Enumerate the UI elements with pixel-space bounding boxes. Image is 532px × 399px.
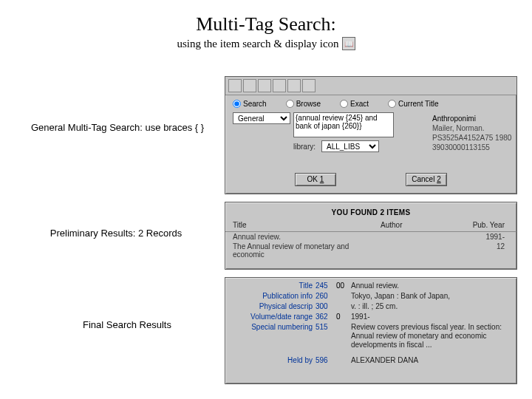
preview-line: Anthroponimi [432, 114, 512, 123]
detail-value: 1991- [351, 313, 512, 321]
detail-tag: 300 [316, 302, 336, 311]
toolbar-button[interactable] [273, 79, 286, 92]
mode-exact-radio[interactable]: Exact [340, 100, 369, 108]
detail-label: Special numbering [225, 323, 316, 349]
result-row[interactable]: Annual review. 1991- [225, 232, 516, 242]
cancel-button[interactable]: Cancel 2 [406, 173, 447, 186]
detail-value: Annual review. [351, 282, 512, 290]
detail-row: Physical descrip300v. : ill. ; 25 cm. [225, 301, 516, 312]
library-select[interactable]: ALL_LIBS [321, 140, 379, 152]
found-banner: YOU FOUND 2 ITEMS [225, 202, 516, 221]
toolbar-button[interactable] [302, 79, 316, 92]
results-panel: YOU FOUND 2 ITEMS Title Author Pub. Year… [225, 202, 517, 270]
detail-tag: 245 [316, 282, 336, 290]
ok-button[interactable]: OK 1 [295, 173, 336, 186]
results-header-row: Title Author Pub. Year [225, 221, 516, 232]
detail-row: Title24500Annual review. [225, 281, 516, 291]
toolbar-button[interactable] [287, 79, 301, 92]
detail-tag: 260 [316, 292, 336, 301]
detail-sub [336, 356, 351, 365]
detail-label: Title [225, 282, 316, 290]
caption-general: General Multi-Tag Search: use braces { } [22, 122, 213, 134]
detail-label: Volume/date range [225, 313, 316, 321]
search-form-panel: Search Browse Exact Current Title Genera… [225, 76, 517, 194]
library-label: library: [293, 143, 318, 151]
mode-browse-radio[interactable]: Browse [286, 100, 321, 108]
preview-line: PS3525A4152A75 1980 [432, 133, 512, 143]
detail-label: Physical descrip [225, 302, 316, 311]
result-row[interactable]: The Annual review of monetary and econom… [225, 242, 516, 259]
page-title: Multi-Tag Search: [0, 13, 532, 35]
toolbar [225, 77, 516, 95]
record-preview-list: Anthroponimi Mailer, Norman. PS3525A4152… [432, 114, 512, 152]
preview-line: 39030000113155 [432, 143, 512, 152]
col-pubyear[interactable]: Pub. Year [462, 221, 509, 229]
record-detail-panel: Title24500Annual review.Publication info… [225, 277, 517, 384]
detail-sub [336, 302, 351, 311]
book-search-icon: 📖 [342, 37, 355, 50]
col-title[interactable]: Title [233, 221, 381, 229]
mode-search-radio[interactable]: Search [233, 100, 267, 108]
toolbar-button[interactable] [228, 79, 242, 92]
toolbar-button[interactable] [243, 79, 256, 92]
detail-value: ALEXANDER DANA [351, 356, 512, 365]
caption-final: Final Search Results [68, 319, 186, 331]
col-author[interactable]: Author [381, 221, 462, 229]
detail-tag: 362 [316, 313, 336, 321]
toolbar-button[interactable] [258, 79, 271, 92]
query-textarea[interactable]: {annual review {245} and bank of japan {… [293, 112, 394, 137]
mode-current-radio[interactable]: Current Title [388, 100, 438, 108]
detail-label: Publication info [225, 292, 316, 301]
detail-row: Special numbering515Review covers previo… [225, 322, 516, 350]
detail-sub: 0 [336, 313, 351, 321]
caption-prelim: Preliminary Results: 2 Records [31, 228, 201, 239]
detail-sub: 00 [336, 282, 351, 290]
detail-value: Tokyo, Japan : Bank of Japan, [351, 292, 512, 301]
detail-row: Held by596ALEXANDER DANA [225, 350, 516, 366]
search-mode-row: Search Browse Exact Current Title [225, 95, 516, 111]
search-type-select[interactable]: General [233, 112, 290, 124]
detail-tag: 596 [316, 356, 336, 365]
subtitle-text: using the item search & display icon [177, 38, 338, 50]
detail-sub [336, 292, 351, 301]
detail-sub [336, 323, 351, 349]
detail-label: Held by [225, 356, 316, 365]
preview-line: Mailer, Norman. [432, 123, 512, 133]
detail-row: Publication info260Tokyo, Japan : Bank o… [225, 291, 516, 301]
page-subtitle: using the item search & display icon 📖 [0, 37, 532, 50]
detail-row: Volume/date range36201991- [225, 312, 516, 322]
detail-value: v. : ill. ; 25 cm. [351, 302, 512, 311]
detail-value: Review covers previous fiscal year. In s… [351, 323, 512, 349]
detail-tag: 515 [316, 323, 336, 349]
